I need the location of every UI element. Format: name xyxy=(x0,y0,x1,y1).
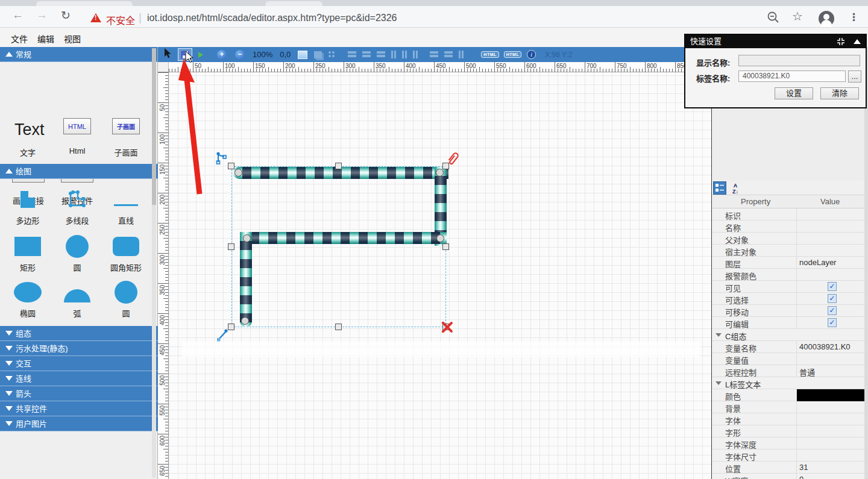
html-tool-icon[interactable]: HTML xyxy=(63,118,91,134)
browser-menu-icon[interactable]: ⋮ xyxy=(849,11,859,23)
security-warning-icon[interactable]: ! xyxy=(90,13,101,22)
property-row[interactable]: 变量值 xyxy=(712,353,865,365)
shape-tool-arc[interactable]: 弧 xyxy=(52,280,102,319)
property-row[interactable]: 颜色 xyxy=(712,389,865,401)
section-4-header[interactable]: 连线 xyxy=(0,371,158,386)
zoom-out-icon[interactable]: − xyxy=(235,50,245,60)
shape-tool-circle[interactable]: 圆 xyxy=(101,280,151,319)
property-value[interactable]: 400038921.K0 xyxy=(799,342,851,351)
property-row[interactable]: W宽度0 xyxy=(712,474,865,479)
property-row[interactable]: 字体深度 xyxy=(712,437,865,449)
group-collapse-icon[interactable] xyxy=(715,333,722,337)
forward-icon[interactable]: → xyxy=(36,8,48,22)
address-bar[interactable]: iot.idosp.net/html/scada/editor.aspx.htm… xyxy=(147,13,397,23)
section-7-header[interactable]: 用户图片 xyxy=(0,416,158,431)
profile-avatar[interactable] xyxy=(819,11,834,27)
resize-handle-e[interactable] xyxy=(442,243,449,250)
property-row[interactable]: 可编辑✓ xyxy=(712,317,865,329)
display-name-input[interactable] xyxy=(738,55,860,66)
property-row[interactable]: 宿主对象 xyxy=(712,245,865,257)
color-swatch[interactable] xyxy=(797,389,865,401)
property-checkbox[interactable]: ✓ xyxy=(828,318,837,327)
property-row[interactable]: 图层nodeLayer xyxy=(712,257,865,269)
property-row[interactable]: 可选择✓ xyxy=(712,293,865,305)
section-5-header[interactable]: 箭头 xyxy=(0,386,158,401)
info-icon[interactable]: i xyxy=(527,50,536,59)
pipe-segment-middle[interactable] xyxy=(241,232,447,244)
property-row[interactable]: 背景 xyxy=(712,401,865,413)
section-3-header[interactable]: 交互 xyxy=(0,356,158,371)
vertex-handle[interactable] xyxy=(241,317,249,325)
sidebar-scrollbar[interactable] xyxy=(152,48,156,478)
group-collapse-icon[interactable] xyxy=(715,381,722,385)
edit-vertices-icon[interactable] xyxy=(216,151,230,166)
subscreen-tool-icon[interactable]: 子画面 xyxy=(112,118,140,134)
property-row[interactable]: 可移动✓ xyxy=(712,305,865,317)
pipe-segment-left[interactable] xyxy=(240,232,252,327)
property-row[interactable]: 报警颜色 xyxy=(712,269,865,281)
property-checkbox[interactable]: ✓ xyxy=(828,306,837,315)
vertex-handle[interactable] xyxy=(234,169,242,177)
html-export-icon[interactable]: HTML xyxy=(481,51,498,58)
shape-tool-polygon[interactable]: 多边形 xyxy=(3,187,52,226)
property-value[interactable]: 0 xyxy=(799,475,804,479)
delete-selection-icon[interactable] xyxy=(439,320,454,334)
property-row[interactable]: 可见✓ xyxy=(712,281,865,293)
save-button[interactable] xyxy=(178,48,192,61)
property-row[interactable]: 名称 xyxy=(712,221,865,233)
property-checkbox[interactable]: ✓ xyxy=(828,282,837,291)
shape-tool-ellipse[interactable]: 椭圆 xyxy=(3,280,52,319)
property-row[interactable]: 字体尺寸 xyxy=(712,449,865,462)
section-2-header[interactable]: 污水处理(静态) xyxy=(0,341,158,356)
property-row[interactable]: 变量名称400038921.K0 xyxy=(712,341,865,353)
run-preview-icon[interactable] xyxy=(198,52,203,58)
html-preview-icon[interactable]: HTML xyxy=(504,51,521,58)
bookmark-star-icon[interactable]: ☆ xyxy=(792,9,803,23)
set-button[interactable]: 设置 xyxy=(775,87,813,99)
property-row[interactable]: 远程控制普通 xyxy=(712,365,865,377)
section-general[interactable]: 常规 xyxy=(0,47,157,62)
resize-handle-n[interactable] xyxy=(335,163,342,169)
attach-paperclip-icon[interactable] xyxy=(446,151,461,166)
property-row[interactable]: 字形 xyxy=(712,425,865,437)
zoom-in-icon[interactable]: + xyxy=(217,50,227,60)
shape-tool-line[interactable]: 直线 xyxy=(101,187,151,226)
property-panel-scrollbar[interactable] xyxy=(864,47,868,479)
property-value[interactable]: nodeLayer xyxy=(799,258,836,267)
shape-tool-rounded-rect[interactable]: 圆角矩形 xyxy=(101,234,151,273)
tag-browse-button[interactable]: ... xyxy=(848,70,861,83)
property-row[interactable]: 位置31 xyxy=(712,462,865,474)
section-6-header[interactable]: 共享控件 xyxy=(0,401,158,416)
shape-tool-rect[interactable]: 矩形 xyxy=(3,234,52,273)
tag-name-input[interactable]: 400038921.K0 xyxy=(738,70,846,82)
categorize-icon[interactable] xyxy=(713,181,726,195)
security-label[interactable]: 不安全 xyxy=(106,13,135,27)
property-group-row[interactable]: L标签文本 xyxy=(712,377,865,389)
property-row[interactable]: 父对象 xyxy=(712,233,865,245)
canvas-settings-icon[interactable] xyxy=(298,51,307,59)
resize-handle-w[interactable] xyxy=(228,243,234,250)
dock-icon[interactable] xyxy=(837,37,845,46)
property-value[interactable]: 普通 xyxy=(799,366,815,378)
line-edit-icon[interactable] xyxy=(216,328,230,342)
sort-az-icon[interactable]: AZ↓ xyxy=(729,181,742,195)
section-1-header[interactable]: 组态 xyxy=(0,326,158,341)
shape-tool-polyline[interactable]: 多线段 xyxy=(52,187,102,226)
menu-edit[interactable]: 编辑 xyxy=(37,33,54,45)
menu-view[interactable]: 视图 xyxy=(64,33,81,45)
menu-file[interactable]: 文件 xyxy=(11,33,28,45)
collapse-panel-icon[interactable] xyxy=(854,39,861,44)
shape-tool-circle[interactable]: 圆 xyxy=(52,234,102,273)
property-checkbox[interactable]: ✓ xyxy=(828,294,837,303)
select-tool-icon[interactable] xyxy=(164,48,172,61)
property-group-row[interactable]: C组态 xyxy=(712,329,865,341)
section-draw[interactable]: 绘图 xyxy=(0,164,158,179)
reload-icon[interactable]: ↻ xyxy=(61,8,71,22)
property-row[interactable]: 标识 xyxy=(712,208,865,221)
zoom-icon[interactable] xyxy=(767,11,780,24)
resize-handle-s[interactable] xyxy=(335,324,342,330)
back-icon[interactable]: ← xyxy=(12,8,24,22)
clear-button[interactable]: 清除 xyxy=(820,87,859,99)
quick-settings-titlebar[interactable]: 快速设置 xyxy=(685,35,866,48)
vertex-handle[interactable] xyxy=(436,234,444,242)
